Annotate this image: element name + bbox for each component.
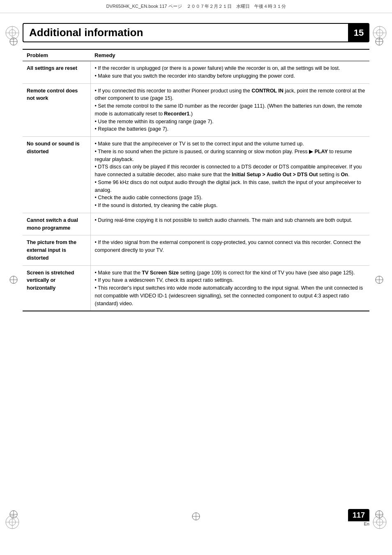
reg-mark-left-bot	[9, 510, 17, 518]
remedy-text: • During real-time copying it is not pos…	[95, 217, 353, 223]
table-row: All settings are reset • If the recorder…	[23, 61, 369, 84]
title-box: Additional information	[23, 23, 348, 42]
reg-mark-left-top	[9, 37, 17, 45]
table-row: No sound or sound isdistorted • Make sur…	[23, 137, 369, 213]
remedy-text: • If the recorder is unplugged (or there…	[95, 65, 340, 79]
info-table: Problem Remedy All settings are reset • …	[23, 49, 369, 311]
table-row: Cannot switch a dualmono programme • Dur…	[23, 213, 369, 235]
remedy-cell: • If you connected this recorder to anot…	[90, 83, 369, 137]
page-title: Additional information	[29, 26, 342, 39]
problem-cell: All settings are reset	[23, 61, 90, 84]
reg-mark-right-bot	[375, 510, 383, 518]
bottom-center-reg	[191, 512, 201, 522]
problem-cell: Screen is stretchedvertically orhorizont…	[23, 265, 90, 311]
reg-mark-left-mid	[9, 275, 17, 283]
problem-cell: The picture from theexternal input isdis…	[23, 235, 90, 265]
col-header-remedy: Remedy	[90, 49, 369, 61]
table-row: Screen is stretchedvertically orhorizont…	[23, 265, 369, 311]
header-strip: DVR650HK_KC_EN.book 117 ページ ２００７年２月２１日 水…	[0, 0, 392, 13]
remedy-cell: • If the video signal from the external …	[90, 235, 369, 265]
main-content: Additional information 15 Problem Remedy…	[23, 13, 369, 311]
remedy-text: • If the video signal from the external …	[95, 240, 361, 253]
col-header-problem: Problem	[23, 49, 90, 61]
reg-mark-right-top	[375, 37, 383, 45]
remedy-cell: • During real-time copying it is not pos…	[90, 213, 369, 235]
problem-cell: Cannot switch a dualmono programme	[23, 213, 90, 235]
problem-cell: Remote control doesnot work	[23, 83, 90, 137]
bottom-area: 117 En	[348, 509, 369, 526]
header-text: DVR650HK_KC_EN.book 117 ページ ２００７年２月２１日 水…	[106, 4, 286, 9]
chapter-badge: 15	[348, 23, 369, 42]
problem-cell: No sound or sound isdistorted	[23, 137, 90, 213]
reg-mark-right-mid	[375, 275, 383, 283]
table-row: Remote control doesnot work • If you con…	[23, 83, 369, 137]
remedy-text: • Make sure that the TV Screen Size sett…	[95, 270, 363, 306]
page-number-badge: 117	[348, 509, 369, 521]
remedy-text: • If you connected this recorder to anot…	[95, 88, 365, 132]
remedy-cell: • If the recorder is unplugged (or there…	[90, 61, 369, 84]
table-row: The picture from theexternal input isdis…	[23, 235, 369, 265]
page-lang: En	[364, 521, 369, 526]
title-section: Additional information 15	[23, 23, 369, 42]
remedy-cell: • Make sure that the TV Screen Size sett…	[90, 265, 369, 311]
remedy-cell: • Make sure that the amp/receiver or TV …	[90, 137, 369, 213]
remedy-text: • Make sure that the amp/receiver or TV …	[95, 141, 362, 208]
